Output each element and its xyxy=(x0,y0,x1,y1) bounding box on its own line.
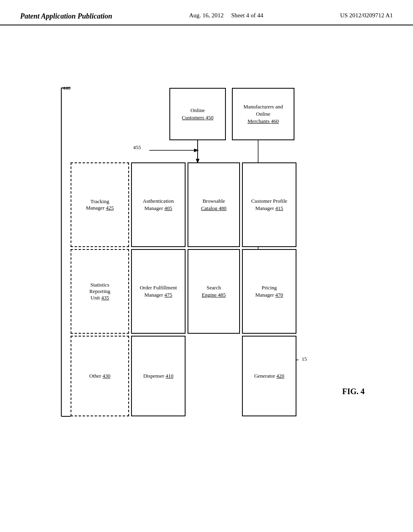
dispenser-line1: Dispenser xyxy=(143,373,164,379)
manufacturers-line1: Manufacturers and xyxy=(244,104,283,110)
ref-455-label: 455 xyxy=(133,144,141,151)
stats-line2: Unit xyxy=(91,295,100,301)
diagram-area: 440 455 465 15 Online Customers 450 Manu… xyxy=(0,25,413,509)
ref-440-label: 440 xyxy=(63,85,71,91)
generator-box: Generator 420 xyxy=(242,336,296,416)
tracking-manager-box: Tracking Manager 425 xyxy=(71,162,129,247)
other-line1: Other xyxy=(89,373,101,379)
publication-title: Patent Application Publication xyxy=(20,12,112,21)
catalog-line2-ref: Catalog 480 xyxy=(201,205,226,211)
figure-label: FIG. 4 xyxy=(342,387,365,396)
cp-ref: 415 xyxy=(275,205,283,211)
page-header: Patent Application Publication Aug. 16, … xyxy=(0,0,413,25)
online-customers-box: Online Customers 450 xyxy=(169,88,226,140)
stats-reporting-box: Statistics Reporting Unit 435 xyxy=(71,249,129,334)
customer-profile-box: Customer Profile Manager 415 xyxy=(242,162,296,247)
order-line1: Order Fulfillment xyxy=(140,285,177,291)
order-line2: Manager xyxy=(144,292,163,298)
pricing-line1: Pricing xyxy=(262,285,277,291)
search-line1: Search xyxy=(206,285,221,291)
cp-line1: Customer Profile xyxy=(251,198,287,204)
auth-line1: Authentication xyxy=(143,198,174,204)
tracking-ref: 425 xyxy=(106,205,114,211)
dispenser-box: Dispenser 410 xyxy=(131,336,186,416)
auth-line2: Manager xyxy=(144,205,163,211)
other-box: Other 430 xyxy=(71,336,129,416)
search-line2-ref: Engine 485 xyxy=(202,292,226,298)
manufacturers-line2: Online xyxy=(256,111,270,117)
pub-date: Aug. 16, 2012 xyxy=(189,12,224,19)
order-ref: 475 xyxy=(164,292,172,298)
pricing-manager-box: Pricing Manager 470 xyxy=(242,249,296,334)
ref-15-label: 15 xyxy=(302,356,307,362)
generator-line1: Generator xyxy=(254,373,275,379)
online-customers-ref: Customers 450 xyxy=(182,114,213,121)
tracking-line1: Tracking xyxy=(90,198,109,204)
catalog-line1: Browsable xyxy=(202,198,225,204)
auth-manager-box: Authentication Manager 405 xyxy=(131,162,186,247)
manufacturers-box: Manufacturers and Online Merchants 460 xyxy=(232,88,294,140)
order-fulfillment-box: Order Fulfillment Manager 475 xyxy=(131,249,186,334)
pricing-ref: 470 xyxy=(275,292,283,298)
dispenser-ref: 410 xyxy=(165,373,173,379)
pricing-line2: Manager xyxy=(255,292,274,298)
generator-ref: 420 xyxy=(276,373,284,379)
stats-ref: 435 xyxy=(101,295,109,301)
online-customers-line1: Online xyxy=(190,107,204,113)
manufacturers-ref: Merchants 460 xyxy=(248,118,279,124)
search-engine-box: Search Engine 485 xyxy=(188,249,240,334)
tracking-line2: Manager xyxy=(86,205,104,211)
cp-line2: Manager xyxy=(255,205,274,211)
stats-line1: Statistics Reporting xyxy=(90,282,111,294)
other-ref: 430 xyxy=(102,373,111,379)
sheet-info: Sheet 4 of 44 xyxy=(231,12,263,19)
auth-ref: 405 xyxy=(164,205,172,211)
header-center: Aug. 16, 2012 Sheet 4 of 44 xyxy=(189,12,263,19)
patent-number: US 2012/0209712 A1 xyxy=(340,12,393,19)
browsable-catalog-box: Browsable Catalog 480 xyxy=(188,162,240,247)
